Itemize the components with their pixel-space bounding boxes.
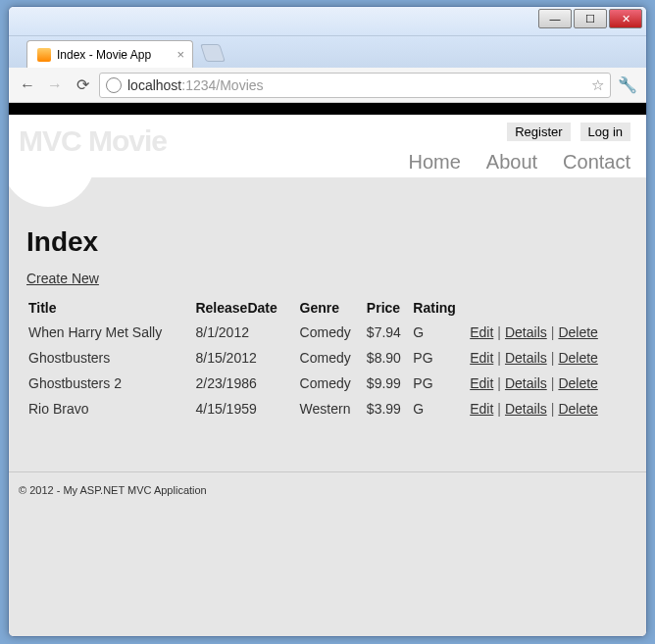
table-row: Ghostbusters8/15/2012Comedy$8.90PGEdit|D… [26,345,629,371]
address-bar[interactable]: localhost:1234/Movies ☆ [99,73,611,98]
forward-button[interactable]: → [44,74,66,96]
details-link[interactable]: Details [505,401,547,417]
delete-link[interactable]: Delete [558,350,597,366]
settings-wrench-icon[interactable]: 🔧 [617,74,638,96]
separator: | [551,401,555,417]
cell-genre: Comedy [298,320,365,345]
new-tab-button[interactable] [201,44,227,62]
tab-strip: Index - Movie App × [9,36,646,68]
col-releasedate: ReleaseDate [193,296,297,320]
site-title: MVC Movie [19,124,167,158]
tab-close-icon[interactable]: × [176,47,184,62]
cell-price: $8.90 [365,345,411,371]
top-black-bar [9,103,646,115]
separator: | [497,350,501,366]
bookmark-star-icon[interactable]: ☆ [591,76,604,94]
url-rest: :1234/Movies [181,77,263,93]
content-area: Index Create New Title ReleaseDate Genre… [9,177,646,471]
cell-rating: G [411,396,468,421]
table-header-row: Title ReleaseDate Genre Price Rating [26,296,629,320]
cell-releaseDate: 2/23/1986 [193,371,297,396]
details-link[interactable]: Details [505,375,547,391]
cell-price: $7.94 [365,320,411,345]
login-link[interactable]: Log in [580,123,630,141]
col-genre: Genre [298,296,365,320]
maximize-button[interactable]: ☐ [574,9,607,28]
cell-title: Rio Bravo [26,396,193,421]
table-row: When Harry Met Sally8/1/2012Comedy$7.94G… [26,320,629,345]
browser-window: — ☐ ✕ Index - Movie App × ← → ⟳ localhos… [8,6,647,637]
col-rating: Rating [411,296,468,320]
cell-title: Ghostbusters [26,345,193,371]
cell-title: Ghostbusters 2 [26,371,193,396]
delete-link[interactable]: Delete [558,324,597,340]
col-title: Title [26,296,193,320]
minimize-button[interactable]: — [538,9,572,28]
nav-contact[interactable]: Contact [563,151,630,173]
cell-genre: Comedy [298,345,365,371]
edit-link[interactable]: Edit [470,350,493,366]
edit-link[interactable]: Edit [470,401,493,417]
col-actions [468,296,629,320]
nav-about[interactable]: About [486,151,537,173]
nav-home[interactable]: Home [408,151,460,173]
tab-title: Index - Movie App [57,48,151,62]
cell-actions: Edit|Details|Delete [468,345,629,371]
details-link[interactable]: Details [505,350,547,366]
separator: | [551,375,555,391]
cell-releaseDate: 8/1/2012 [193,320,297,345]
back-button[interactable]: ← [17,74,38,96]
globe-icon [106,77,122,93]
cell-price: $9.99 [365,371,411,396]
cell-releaseDate: 8/15/2012 [193,345,297,371]
col-price: Price [365,296,411,320]
separator: | [551,324,555,340]
separator: | [497,401,501,417]
reload-button[interactable]: ⟳ [72,74,93,96]
main-nav: Home About Contact [408,151,630,173]
cell-title: When Harry Met Sally [26,320,193,345]
cell-rating: G [411,320,468,345]
page-heading: Index [26,226,629,258]
table-row: Ghostbusters 22/23/1986Comedy$9.99PGEdit… [26,371,629,396]
separator: | [497,324,501,340]
window-titlebar: — ☐ ✕ [9,7,646,36]
cell-rating: PG [411,371,468,396]
browser-tab[interactable]: Index - Movie App × [26,40,193,68]
site-footer: © 2012 - My ASP.NET MVC Application [9,471,646,508]
register-link[interactable]: Register [507,123,570,141]
window-buttons: — ☐ ✕ [536,9,642,28]
cell-actions: Edit|Details|Delete [468,371,629,396]
delete-link[interactable]: Delete [558,375,597,391]
site-header: MVC Movie Register Log in Home About Con… [9,115,646,177]
separator: | [497,375,501,391]
meta-links: Register Log in [507,123,630,141]
cell-genre: Western [298,396,365,421]
cell-releaseDate: 4/15/1959 [193,396,297,421]
edit-link[interactable]: Edit [470,324,493,340]
close-button[interactable]: ✕ [609,9,642,28]
cell-actions: Edit|Details|Delete [468,396,629,421]
favicon-icon [37,48,51,62]
cell-rating: PG [411,345,468,371]
details-link[interactable]: Details [505,324,547,340]
cell-actions: Edit|Details|Delete [468,320,629,345]
table-row: Rio Bravo4/15/1959Western$3.99GEdit|Deta… [26,396,629,421]
cell-genre: Comedy [298,371,365,396]
movies-table: Title ReleaseDate Genre Price Rating Whe… [26,296,629,421]
cell-price: $3.99 [365,396,411,421]
edit-link[interactable]: Edit [470,375,493,391]
create-new-link[interactable]: Create New [26,271,99,286]
separator: | [551,350,555,366]
page-viewport: MVC Movie Register Log in Home About Con… [9,103,646,636]
delete-link[interactable]: Delete [558,401,597,417]
url-host: localhost [127,77,181,93]
browser-toolbar: ← → ⟳ localhost:1234/Movies ☆ 🔧 [9,68,646,103]
